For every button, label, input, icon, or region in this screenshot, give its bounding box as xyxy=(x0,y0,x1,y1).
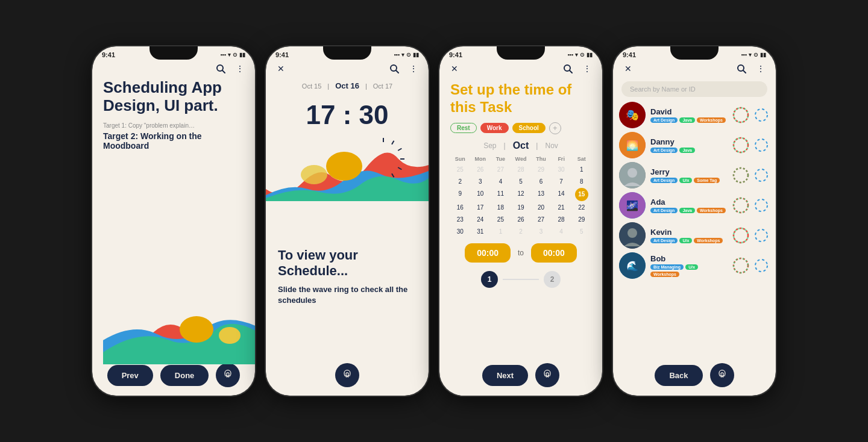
person-name-david: David xyxy=(650,107,726,116)
search-icon[interactable] xyxy=(214,62,227,75)
p1-title: Scheduling App Design, UI part. xyxy=(103,79,244,115)
svg-text:🌌: 🌌 xyxy=(626,200,638,211)
prev-button[interactable]: Prev xyxy=(107,365,153,386)
tag-work[interactable]: Work xyxy=(480,123,509,133)
p2-bottom-bar xyxy=(266,358,429,396)
list-item: 🌌 Ada Art Design Java Workshops xyxy=(619,192,770,219)
svg-point-30 xyxy=(734,168,748,182)
tag-rest[interactable]: Rest xyxy=(450,123,477,133)
schedule-sub-text: Slide the wave ring to check all the sch… xyxy=(278,284,417,306)
svg-point-6 xyxy=(326,152,362,181)
person-name-jerry: Jerry xyxy=(650,167,726,176)
avatar-david: 🎭 xyxy=(619,102,646,128)
status-time-1: 9:41 xyxy=(102,51,115,58)
step-1: 1 xyxy=(481,271,498,288)
month-navigation: Sep | Oct | Nov xyxy=(450,140,591,151)
step-indicator: 1 2 xyxy=(450,271,591,288)
close-icon-4[interactable]: ✕ xyxy=(621,62,635,75)
search-icon-4[interactable] xyxy=(735,62,748,75)
ring-indicators-danny xyxy=(731,135,770,155)
step-line xyxy=(503,279,539,280)
search-bar[interactable]: Search by Name or ID xyxy=(621,81,767,97)
svg-point-22 xyxy=(755,109,767,121)
more-icon-2[interactable]: ⋮ xyxy=(407,62,420,75)
more-icon-4[interactable]: ⋮ xyxy=(754,62,767,75)
p4-bottom-bar: Back xyxy=(613,358,776,396)
time-inputs: 00:00 to 00:00 xyxy=(450,243,591,263)
p3-tags: Rest Work School + xyxy=(450,122,591,134)
status-time-2: 9:41 xyxy=(275,51,289,58)
close-icon-3[interactable]: ✕ xyxy=(448,62,461,75)
fingerprint-button-4[interactable] xyxy=(710,363,734,387)
list-item: 🎭 David Art Design Java Workshops xyxy=(619,102,770,128)
date-navigation: Oct 15 | Oct 16 | Oct 17 xyxy=(266,79,429,95)
phone-2: 9:41 ▪▪▪▾⊙▮▮ ✕ ⋮ Oct 15 | Oct 16 | Oct 1… xyxy=(266,46,429,396)
svg-text:🌊: 🌊 xyxy=(626,260,638,272)
ring-indicators-bob xyxy=(731,256,770,275)
svg-point-3 xyxy=(219,327,241,344)
more-icon[interactable]: ⋮ xyxy=(233,62,247,75)
status-icons-1: ▪▪▪▾⊙▮▮ xyxy=(220,52,245,58)
avatar-ada: 🌌 xyxy=(619,192,646,219)
date-next: Oct 17 xyxy=(373,82,392,90)
svg-line-9 xyxy=(392,141,394,145)
search-icon-2[interactable] xyxy=(388,62,401,75)
list-item: 🌊 Bob Biz Managing U/x Workshops xyxy=(619,252,770,279)
ring-indicators-david xyxy=(731,105,770,125)
svg-line-5 xyxy=(396,70,398,73)
today-marker[interactable]: 15 xyxy=(575,188,588,201)
list-item: 🌅 Danny Art Design Java xyxy=(619,132,770,158)
people-list: 🎭 David Art Design Java Workshops xyxy=(613,102,776,358)
next-button[interactable]: Next xyxy=(482,365,528,386)
month-active: Oct xyxy=(513,140,529,151)
svg-line-10 xyxy=(398,149,401,151)
done-button[interactable]: Done xyxy=(160,365,209,386)
person-name-danny: Danny xyxy=(650,137,726,146)
close-icon-2[interactable]: ✕ xyxy=(274,62,288,75)
svg-point-7 xyxy=(301,165,327,184)
time-display: 17 : 30 xyxy=(266,95,429,135)
ring-indicators-ada xyxy=(731,196,770,215)
fingerprint-button-3[interactable] xyxy=(535,363,559,387)
fingerprint-button-1[interactable] xyxy=(216,363,240,387)
month-next: Nov xyxy=(545,142,558,150)
svg-text:🎭: 🎭 xyxy=(626,108,640,122)
list-item: Jerry Art Design U/x Some Tag xyxy=(619,162,770,188)
status-icons-2: ▪▪▪▾⊙▮▮ xyxy=(394,52,419,58)
list-item: Kevin Art Design U/x Workshops xyxy=(619,222,770,249)
time-from-input[interactable]: 00:00 xyxy=(465,243,511,263)
status-time-3: 9:41 xyxy=(449,51,462,58)
step-2: 2 xyxy=(544,271,561,288)
time-to-input[interactable]: 00:00 xyxy=(531,243,577,263)
month-prev: Sep xyxy=(483,142,496,150)
phone-3: 9:41 ▪▪▪▾⊙▮▮ ✕ ⋮ Set up the time of this… xyxy=(439,46,602,396)
more-icon-3[interactable]: ⋮ xyxy=(580,62,594,75)
avatar-danny: 🌅 xyxy=(619,132,646,158)
phone-1: 9:41 ▪▪▪▾⊙▮▮ ⋮ Scheduling App Design, UI… xyxy=(92,46,255,396)
p3-bottom-bar: Next xyxy=(439,358,602,396)
svg-point-27 xyxy=(755,139,767,151)
person-name-bob: Bob xyxy=(650,254,726,263)
search-icon-3[interactable] xyxy=(561,62,574,75)
svg-point-36 xyxy=(734,198,748,213)
back-button[interactable]: Back xyxy=(655,365,702,386)
svg-line-1 xyxy=(222,70,225,73)
tag-school[interactable]: School xyxy=(512,123,546,133)
add-tag-button[interactable]: + xyxy=(549,122,561,134)
svg-line-17 xyxy=(743,70,746,73)
svg-point-39 xyxy=(627,228,637,238)
svg-point-26 xyxy=(734,138,748,152)
svg-point-42 xyxy=(755,229,767,241)
calendar-grid: Sun Mon Tue Wed Thu Fri Sat 25 26 27 28 … xyxy=(450,155,591,237)
p1-target1: Target 1: Copy "problem explain… xyxy=(103,122,244,129)
avatar-bob: 🌊 xyxy=(619,252,646,279)
p3-title: Set up the time of this Task xyxy=(450,81,591,116)
p1-target2: Target 2: Working on the Moodboard xyxy=(103,131,244,151)
to-label: to xyxy=(518,249,524,257)
status-icons-3: ▪▪▪▾⊙▮▮ xyxy=(567,52,593,58)
avatar-jerry xyxy=(619,162,646,188)
fingerprint-button-2[interactable] xyxy=(335,363,359,387)
svg-point-2 xyxy=(180,316,213,343)
svg-point-31 xyxy=(734,168,748,182)
date-active: Oct 16 xyxy=(335,81,359,90)
